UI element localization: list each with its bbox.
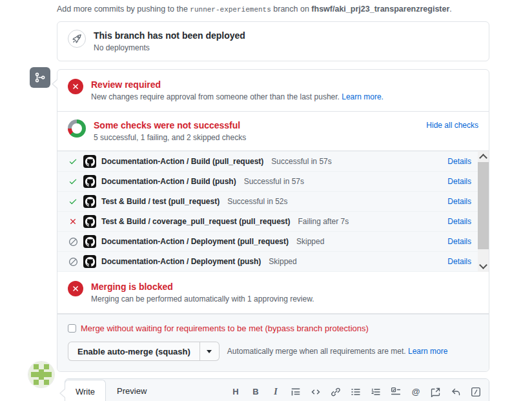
repo-name: fhswf/aki_prj23_transparenzregister xyxy=(311,5,449,14)
check-name: Documentation-Action / Build (push) xyxy=(101,177,236,186)
scrollbar-up-arrow-icon[interactable] xyxy=(478,151,489,162)
ordered-list-icon[interactable] xyxy=(371,387,381,397)
check-details-link[interactable]: Details xyxy=(447,237,471,246)
hide-all-checks-link[interactable]: Hide all checks xyxy=(426,121,478,130)
review-required-x-icon xyxy=(68,79,83,94)
check-row: Documentation-Action / Build (push) Succ… xyxy=(57,172,478,192)
check-skipped-icon xyxy=(68,237,78,247)
github-actions-avatar xyxy=(83,255,96,268)
check-row: Documentation-Action / Build (pull_reque… xyxy=(57,151,478,172)
tasklist-icon[interactable] xyxy=(391,387,401,397)
check-failure-icon xyxy=(68,217,77,226)
cross-reference-icon[interactable] xyxy=(431,387,441,397)
auto-merge-learn-more-link[interactable]: Learn more xyxy=(408,347,447,356)
check-details-link[interactable]: Details xyxy=(447,197,471,206)
check-row: Documentation-Action / Deployment (pull_… xyxy=(57,232,478,252)
deployment-title: This branch has not been deployed xyxy=(94,30,245,41)
checks-summary-subtitle: 5 successful, 1 failing, and 2 skipped c… xyxy=(94,133,246,143)
scrollbar-down-arrow-icon[interactable] xyxy=(478,261,489,272)
merging-blocked-description: Merging can be performed automatically w… xyxy=(91,294,314,304)
review-required-description: New changes require approval from someon… xyxy=(91,92,384,102)
check-status-text: Successful in 57s xyxy=(244,177,304,186)
review-required-title: Review required xyxy=(91,79,384,90)
git-branch-icon xyxy=(30,67,50,88)
heading-icon[interactable]: H xyxy=(230,387,241,397)
merge-controls-section: Merge without waiting for requirements t… xyxy=(57,314,489,371)
quote-icon[interactable] xyxy=(291,387,301,397)
deployment-card: This branch has not been deployed No dep… xyxy=(57,21,489,61)
mention-icon[interactable]: @ xyxy=(411,387,421,397)
review-required-text: New changes require approval from someon… xyxy=(91,92,340,101)
markdown-toolbar: H B I xyxy=(225,387,489,401)
link-icon[interactable] xyxy=(331,387,341,397)
review-learn-more-link[interactable]: Learn more. xyxy=(342,92,384,101)
github-actions-avatar xyxy=(83,155,96,168)
check-row: Test & Build / coverage_pull_request (pu… xyxy=(57,212,478,232)
tab-write[interactable]: Write xyxy=(65,380,106,401)
pull-request-merge-panel: Add more commits by pushing to the runne… xyxy=(0,0,532,401)
merging-blocked-x-icon xyxy=(68,281,83,296)
check-skipped-icon xyxy=(68,257,78,267)
check-details-link[interactable]: Details xyxy=(447,257,471,266)
check-status-text: Successful in 57s xyxy=(271,157,331,166)
check-success-icon xyxy=(68,177,77,186)
check-details-link[interactable]: Details xyxy=(447,177,471,186)
deployment-subtitle: No deployments xyxy=(94,43,245,53)
auto-merge-note: Automatically merge when all requirement… xyxy=(227,347,448,356)
auto-merge-note-text: Automatically merge when all requirement… xyxy=(227,347,406,356)
checks-donut-icon xyxy=(68,119,86,138)
bypass-protections-row[interactable]: Merge without waiting for requirements t… xyxy=(68,324,478,333)
check-row: Test & Build / test (pull_request) Succe… xyxy=(57,192,478,212)
tab-preview[interactable]: Preview xyxy=(106,379,158,401)
chevron-down-icon xyxy=(207,350,212,353)
auto-merge-dropdown-button[interactable] xyxy=(200,342,220,361)
check-name: Documentation-Action / Deployment (pull_… xyxy=(101,237,289,246)
check-name: Documentation-Action / Deployment (push) xyxy=(101,257,261,266)
check-details-link[interactable]: Details xyxy=(447,157,471,166)
merging-blocked-section: Merging is blocked Merging can be perfor… xyxy=(57,272,489,314)
slash-command-icon[interactable] xyxy=(471,387,481,397)
checks-list: Documentation-Action / Build (pull_reque… xyxy=(57,151,489,272)
check-name: Documentation-Action / Build (pull_reque… xyxy=(101,157,263,166)
comment-box: Write Preview H B I xyxy=(65,378,489,401)
hint-middle: branch on xyxy=(273,5,309,14)
check-status-text: Skipped xyxy=(296,237,324,246)
check-row: Documentation-Action / Deployment (push)… xyxy=(57,252,478,272)
github-actions-avatar xyxy=(83,195,96,208)
comment-toolbar-header: Write Preview H B I xyxy=(65,379,489,401)
user-avatar[interactable] xyxy=(28,362,54,387)
enable-auto-merge-button[interactable]: Enable auto-merge (squash) xyxy=(68,342,200,361)
merging-blocked-title: Merging is blocked xyxy=(91,281,314,293)
check-name: Test & Build / coverage_pull_request (pu… xyxy=(101,217,291,226)
bypass-protections-checkbox[interactable] xyxy=(68,324,76,333)
github-actions-avatar xyxy=(83,235,96,248)
github-actions-avatar xyxy=(83,175,96,188)
hint-suffix: . xyxy=(449,5,451,14)
check-status-text: Successful in 52s xyxy=(227,197,287,206)
check-success-icon xyxy=(68,197,77,206)
code-icon[interactable] xyxy=(311,387,321,397)
checks-scrollbar[interactable] xyxy=(478,151,489,272)
unordered-list-icon[interactable] xyxy=(351,387,361,397)
merge-status-card: Review required New changes require appr… xyxy=(57,69,489,372)
branch-name: runner-experiements xyxy=(190,6,271,14)
check-success-icon xyxy=(68,157,77,166)
reply-icon[interactable] xyxy=(451,387,461,397)
check-name: Test & Build / test (pull_request) xyxy=(101,197,220,206)
check-status-text: Failing after 7s xyxy=(298,217,349,226)
scrollbar-thumb[interactable] xyxy=(478,162,489,249)
rocket-icon xyxy=(68,30,86,48)
add-commits-hint: Add more commits by pushing to the runne… xyxy=(57,4,491,15)
bold-icon[interactable]: B xyxy=(251,387,261,397)
check-details-link[interactable]: Details xyxy=(447,217,471,226)
italic-icon[interactable]: I xyxy=(271,387,281,397)
check-status-text: Skipped xyxy=(269,257,296,266)
checks-summary-title: Some checks were not successful xyxy=(94,119,246,131)
github-actions-avatar xyxy=(83,215,96,228)
bypass-protections-label: Merge without waiting for requirements t… xyxy=(81,324,369,333)
review-required-section: Review required New changes require appr… xyxy=(57,70,489,112)
hint-prefix: Add more commits by pushing to the xyxy=(57,5,188,14)
checks-summary-section: Some checks were not successful 5 succes… xyxy=(57,112,489,151)
